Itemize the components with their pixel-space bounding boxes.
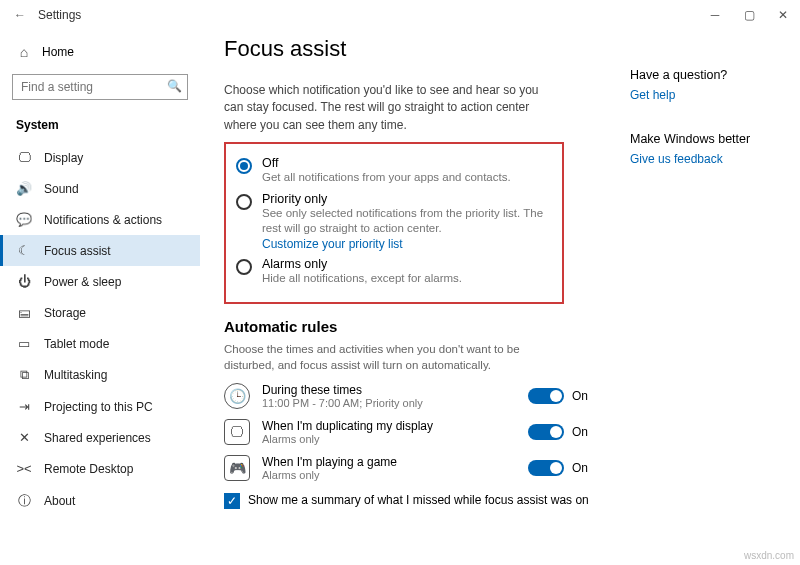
main-content: Focus assist Choose which notification y…	[200, 30, 630, 565]
rule-title: When I'm duplicating my display	[262, 419, 433, 433]
radio-off-control[interactable]	[236, 158, 252, 174]
back-button[interactable]: ←	[8, 8, 32, 22]
radio-off[interactable]: Off Get all notifications from your apps…	[236, 156, 552, 186]
sidebar-item-label: Tablet mode	[44, 337, 109, 351]
notifications-icon: 💬	[16, 212, 32, 227]
titlebar: ← Settings ─ ▢ ✕	[0, 0, 800, 30]
remote-icon: ><	[16, 461, 32, 476]
radio-alarms-only[interactable]: Alarms only Hide all notifications, exce…	[236, 257, 552, 287]
sidebar-home-label: Home	[42, 45, 74, 59]
watermark: wsxdn.com	[744, 550, 794, 561]
close-button[interactable]: ✕	[766, 0, 800, 30]
game-icon: 🎮	[224, 455, 250, 481]
clock-icon: 🕒	[224, 383, 250, 409]
sound-icon: 🔊	[16, 181, 32, 196]
sidebar-search: 🔍	[12, 74, 188, 100]
radio-priority-control[interactable]	[236, 194, 252, 210]
sidebar-item-notifications[interactable]: 💬 Notifications & actions	[0, 204, 200, 235]
automatic-rules-heading: Automatic rules	[224, 318, 618, 335]
radio-off-label: Off	[262, 156, 511, 170]
sidebar-item-label: Notifications & actions	[44, 213, 162, 227]
toggle-state-label: On	[572, 389, 588, 403]
focus-assist-icon: ☾	[16, 243, 32, 258]
page-title: Focus assist	[224, 36, 618, 62]
sidebar-item-remote-desktop[interactable]: >< Remote Desktop	[0, 453, 200, 484]
sidebar-item-storage[interactable]: 🖴 Storage	[0, 297, 200, 328]
home-icon: ⌂	[16, 44, 32, 60]
rule-toggle[interactable]	[528, 388, 564, 404]
window-controls: ─ ▢ ✕	[698, 0, 800, 30]
automatic-rules-intro: Choose the times and activities when you…	[224, 341, 544, 373]
multitasking-icon: ⧉	[16, 367, 32, 383]
sidebar-item-label: Remote Desktop	[44, 462, 133, 476]
rule-title: When I'm playing a game	[262, 455, 397, 469]
projecting-icon: ⇥	[16, 399, 32, 414]
monitor-icon: 🖵	[224, 419, 250, 445]
tablet-icon: ▭	[16, 336, 32, 351]
sidebar-item-label: Shared experiences	[44, 431, 151, 445]
display-icon: 🖵	[16, 150, 32, 165]
radio-alarms-control[interactable]	[236, 259, 252, 275]
sidebar-item-label: Multitasking	[44, 368, 107, 382]
radio-priority-label: Priority only	[262, 192, 552, 206]
sidebar-item-label: Power & sleep	[44, 275, 121, 289]
sidebar-item-label: Sound	[44, 182, 79, 196]
aside-feedback-heading: Make Windows better	[630, 132, 790, 146]
summary-checkbox[interactable]: ✓	[224, 493, 240, 509]
sidebar-item-shared-experiences[interactable]: ✕ Shared experiences	[0, 422, 200, 453]
storage-icon: 🖴	[16, 305, 32, 320]
customize-priority-link[interactable]: Customize your priority list	[262, 237, 552, 251]
sidebar-item-label: Focus assist	[44, 244, 111, 258]
rule-during-times[interactable]: 🕒 During these times 11:00 PM - 7:00 AM;…	[224, 383, 618, 409]
radio-off-desc: Get all notifications from your apps and…	[262, 170, 511, 186]
search-input[interactable]	[12, 74, 188, 100]
rule-playing-game[interactable]: 🎮 When I'm playing a game Alarms only On	[224, 455, 618, 481]
radio-alarms-desc: Hide all notifications, except for alarm…	[262, 271, 462, 287]
give-feedback-link[interactable]: Give us feedback	[630, 152, 790, 166]
sidebar-item-label: Display	[44, 151, 83, 165]
sidebar-category: System	[0, 112, 200, 142]
rule-duplicating-display[interactable]: 🖵 When I'm duplicating my display Alarms…	[224, 419, 618, 445]
toggle-state-label: On	[572, 461, 588, 475]
radio-priority-only[interactable]: Priority only See only selected notifica…	[236, 192, 552, 251]
sidebar-item-label: Storage	[44, 306, 86, 320]
rule-subtitle: Alarms only	[262, 469, 397, 481]
sidebar-item-display[interactable]: 🖵 Display	[0, 142, 200, 173]
minimize-button[interactable]: ─	[698, 0, 732, 30]
sidebar-item-sound[interactable]: 🔊 Sound	[0, 173, 200, 204]
summary-checkbox-label: Show me a summary of what I missed while…	[248, 493, 589, 507]
maximize-button[interactable]: ▢	[732, 0, 766, 30]
radio-alarms-label: Alarms only	[262, 257, 462, 271]
aside-panel: Have a question? Get help Make Windows b…	[630, 30, 800, 565]
rule-title: During these times	[262, 383, 423, 397]
aside-question-heading: Have a question?	[630, 68, 790, 82]
search-icon: 🔍	[167, 79, 182, 93]
get-help-link[interactable]: Get help	[630, 88, 790, 102]
sidebar-home[interactable]: ⌂ Home	[0, 38, 200, 66]
window-title: Settings	[38, 8, 81, 22]
rule-toggle[interactable]	[528, 424, 564, 440]
rule-toggle[interactable]	[528, 460, 564, 476]
shared-icon: ✕	[16, 430, 32, 445]
sidebar: ⌂ Home 🔍 System 🖵 Display 🔊 Sound 💬 Noti…	[0, 30, 200, 565]
summary-checkbox-row[interactable]: ✓ Show me a summary of what I missed whi…	[224, 493, 618, 509]
intro-text: Choose which notification you'd like to …	[224, 82, 554, 134]
radio-priority-desc: See only selected notifications from the…	[262, 206, 552, 237]
about-icon: ⓘ	[16, 492, 32, 510]
toggle-state-label: On	[572, 425, 588, 439]
sidebar-item-label: Projecting to this PC	[44, 400, 153, 414]
sidebar-item-focus-assist[interactable]: ☾ Focus assist	[0, 235, 200, 266]
sidebar-item-multitasking[interactable]: ⧉ Multitasking	[0, 359, 200, 391]
sidebar-item-power-sleep[interactable]: ⏻ Power & sleep	[0, 266, 200, 297]
sidebar-item-label: About	[44, 494, 75, 508]
sidebar-item-about[interactable]: ⓘ About	[0, 484, 200, 518]
rule-subtitle: 11:00 PM - 7:00 AM; Priority only	[262, 397, 423, 409]
sidebar-item-projecting[interactable]: ⇥ Projecting to this PC	[0, 391, 200, 422]
power-icon: ⏻	[16, 274, 32, 289]
focus-mode-group: Off Get all notifications from your apps…	[224, 142, 564, 304]
rule-subtitle: Alarms only	[262, 433, 433, 445]
sidebar-item-tablet-mode[interactable]: ▭ Tablet mode	[0, 328, 200, 359]
